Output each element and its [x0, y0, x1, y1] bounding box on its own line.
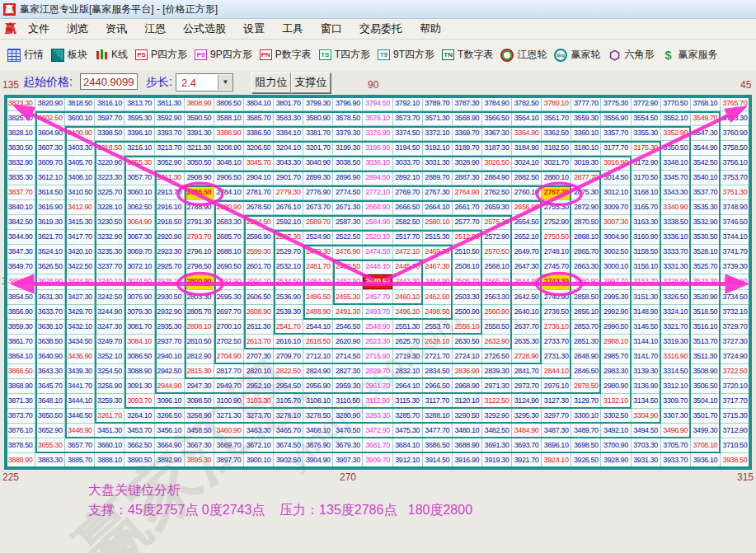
- menu-item[interactable]: 文件: [28, 21, 49, 36]
- grid-cell: 3309.70: [661, 394, 691, 409]
- grid-cell: 3045.70: [244, 156, 274, 171]
- grid-cell: 2875.30: [571, 185, 601, 200]
- grid-cell: 3535.30: [691, 200, 721, 215]
- grid-cell: 2553.70: [423, 320, 453, 335]
- toolbar-button[interactable]: ⬡六角形: [608, 48, 654, 62]
- menu-item[interactable]: 江恩: [144, 21, 166, 36]
- toolbar-button[interactable]: $赢家服务: [661, 48, 717, 62]
- grid-cell: 2476.90: [333, 245, 363, 260]
- toolbar-button-label: 江恩轮: [517, 48, 547, 62]
- step-dropdown[interactable]: 2.4 ▼: [176, 73, 233, 91]
- grid-cell: 3628.90: [35, 274, 65, 289]
- grid-cell: 3441.70: [65, 379, 95, 394]
- toolbar-button[interactable]: T99T四方形: [378, 48, 434, 62]
- menu-item[interactable]: 窗口: [321, 21, 342, 36]
- grid-cell: 2649.70: [512, 245, 542, 260]
- grid-cell: 2863.30: [571, 260, 601, 274]
- toolbar-button[interactable]: TNT数字表: [442, 48, 493, 62]
- grid-cell: 3496.90: [661, 424, 691, 438]
- grid-cell: 3880.90: [6, 453, 35, 468]
- grid-cell: 2479.30: [303, 245, 333, 260]
- grid-cell: 2688.10: [214, 245, 244, 260]
- support-button[interactable]: 支撑位: [291, 73, 331, 93]
- grid-cell: 2500.90: [453, 305, 482, 320]
- grid-cell: 3124.90: [512, 394, 542, 409]
- grid-cell: 3156.10: [632, 260, 661, 274]
- toolbar-button[interactable]: 行情: [7, 48, 44, 62]
- grid-cell: 2908.90: [185, 171, 214, 185]
- grid-cell: 3232.90: [95, 230, 124, 245]
- grid-cell: 3420.10: [65, 245, 95, 260]
- grid-cell: 2709.70: [274, 349, 303, 364]
- toolbar-button[interactable]: TST四方形: [319, 48, 370, 62]
- grid-cell: 3763.30: [721, 111, 750, 126]
- grid-cell: 3103.30: [244, 394, 274, 409]
- grid-cell: 3904.90: [303, 453, 333, 468]
- toolbar-button[interactable]: K线: [95, 48, 128, 62]
- menu-item[interactable]: 设置: [243, 21, 265, 36]
- grid-cell: 2815.30: [185, 364, 214, 379]
- grid-cell: 2467.30: [423, 260, 453, 274]
- grid-cell: 2676.10: [274, 200, 303, 215]
- grid-cell: 3288.10: [423, 409, 453, 424]
- grid-cell: 3127.30: [542, 394, 571, 409]
- grid-cell: 2832.10: [393, 364, 423, 379]
- grid-cell: 2692.90: [214, 274, 244, 289]
- grid-cell: 3182.50: [542, 141, 571, 156]
- grid-cell: 3566.50: [482, 111, 512, 126]
- menu-item[interactable]: 公式选股: [183, 21, 226, 36]
- toolbar-button-label: 赢家轮: [571, 48, 600, 62]
- grid-cell: 2752.90: [542, 215, 571, 230]
- toolbar-button[interactable]: P99P四方形: [195, 48, 252, 62]
- toolbar-button[interactable]: 板块: [51, 48, 87, 62]
- grid-cell: 2940.10: [155, 349, 185, 364]
- grid-cell: 3132.10: [601, 394, 631, 409]
- menu-item[interactable]: 浏览: [67, 21, 88, 36]
- toolbar-button[interactable]: 江恩轮: [500, 48, 547, 62]
- grid-cell: 3765.70: [721, 96, 750, 111]
- menu-item[interactable]: 资讯: [106, 21, 127, 36]
- grid-cell: 2846.50: [571, 364, 601, 379]
- grid-cell: 3007.30: [601, 215, 631, 230]
- grid-cell: 3160.90: [632, 230, 661, 245]
- grid-cell: 2524.90: [303, 230, 333, 245]
- toolbar-button[interactable]: PNP数字表: [260, 48, 312, 62]
- grid-cell: 2978.50: [571, 379, 601, 394]
- grid-cell: 2443.30: [393, 274, 423, 289]
- grid-cell: 2515.30: [423, 230, 453, 245]
- grid-cell: 3069.70: [124, 245, 154, 260]
- toolbar-button[interactable]: PSP四方形: [135, 48, 187, 62]
- grid-cell: 2872.90: [571, 200, 601, 215]
- toolbar-button[interactable]: Big赢家轮: [554, 48, 600, 62]
- grid-cell: 3602.50: [35, 111, 65, 126]
- resistance-button[interactable]: 阻力位: [251, 73, 291, 93]
- analysis-title: 大盘关键位分析: [88, 482, 181, 499]
- grid-cell: 3715.30: [721, 409, 750, 424]
- grid-cell: 3820.90: [35, 96, 65, 111]
- grid-cell: 2700.10: [214, 320, 244, 335]
- grid-cell: 3002.50: [601, 245, 631, 260]
- grid-cell: 2968.90: [453, 379, 482, 394]
- grid-cell: 2781.70: [244, 185, 274, 200]
- grid-cell: 3484.90: [512, 424, 542, 438]
- grid-cell: 3662.50: [124, 438, 154, 453]
- grid-cell: 3482.50: [482, 424, 512, 438]
- grid-cell: 3410.50: [65, 185, 95, 200]
- grid-cell: 3424.90: [65, 274, 95, 289]
- grid-cell: 3667.30: [185, 438, 214, 453]
- grid-cell: 2868.10: [571, 230, 601, 245]
- menu-item[interactable]: 帮助: [420, 21, 441, 36]
- grid-cell: 2738.50: [542, 305, 571, 320]
- menu-item[interactable]: 工具: [282, 21, 303, 36]
- grid-cell: 2558.50: [482, 320, 512, 335]
- grid-cell: 2493.70: [363, 305, 392, 320]
- start-price-input[interactable]: [80, 73, 138, 90]
- dropdown-arrow-icon[interactable]: ▼: [218, 75, 232, 90]
- menu-item[interactable]: 交易委托: [359, 21, 402, 36]
- grid-cell: 3468.10: [303, 424, 333, 438]
- grid-cell: 3264.10: [124, 409, 154, 424]
- grid-cell: 2565.70: [482, 274, 512, 289]
- grid-cell: 2580.10: [423, 215, 453, 230]
- grid-cell: 2904.10: [244, 171, 274, 185]
- grid-cell: 2755.30: [542, 200, 571, 215]
